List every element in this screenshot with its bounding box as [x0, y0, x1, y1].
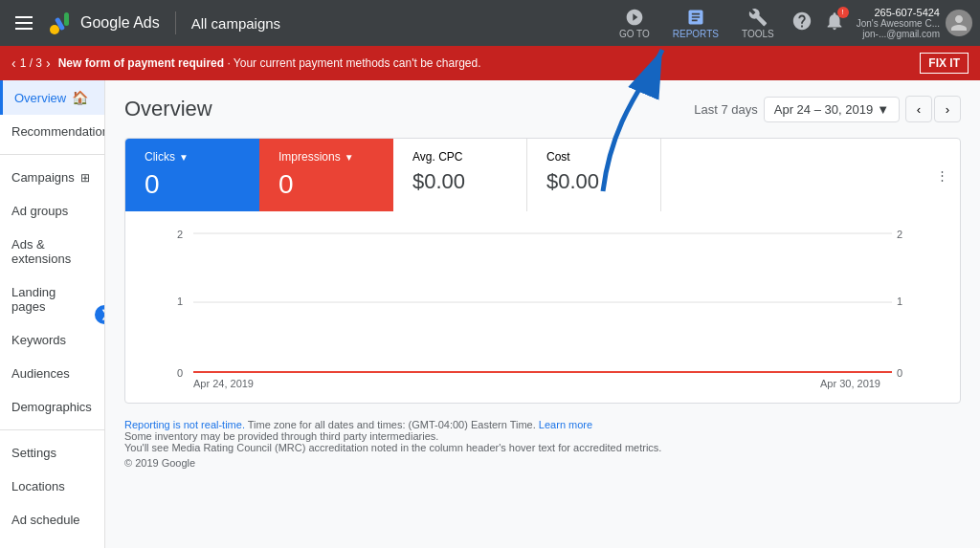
reporting-link[interactable]: Reporting is not real-time. [124, 419, 245, 430]
overview-chart: 2 1 0 2 1 0 Apr 24, 2019 [141, 219, 945, 391]
date-range-value: Apr 24 – 30, 2019 [774, 102, 873, 117]
tools-button[interactable]: TOOLS [736, 4, 780, 43]
app-logo: Google Ads [48, 10, 160, 36]
user-menu[interactable]: 265-607-5424 Jon's Awesome C... jon-...@… [857, 7, 972, 39]
metric-more-button[interactable]: ⋮ [924, 139, 960, 211]
sidebar-separator-1 [0, 154, 104, 155]
sidebar-item-campaigns[interactable]: Campaigns ⊞ [0, 161, 104, 194]
sidebar-label-locations: Locations [11, 479, 65, 493]
ads-logo-icon [48, 10, 75, 36]
sidebar-item-keywords[interactable]: Keywords [0, 323, 104, 357]
clicks-dropdown-icon[interactable]: ▼ [179, 152, 189, 163]
sidebar-item-devices[interactable]: Devices [0, 537, 104, 548]
sidebar-label-settings: Settings [11, 446, 56, 460]
sidebar-label-overview: Overview [14, 91, 66, 105]
learn-more-link[interactable]: Learn more [539, 419, 592, 430]
sidebar-label-adgroups: Ad groups [11, 204, 68, 218]
user-account: Jon's Awesome C... [857, 18, 940, 29]
svg-rect-2 [64, 12, 69, 26]
alert-pagination: 1 / 3 [20, 56, 42, 70]
sidebar-label-campaigns: Campaigns [11, 170, 75, 185]
sidebar-separator-2 [0, 429, 104, 430]
sidebar-item-landing-pages[interactable]: Landing pages [0, 275, 104, 323]
alert-navigation: ‹ 1 / 3 › [11, 55, 51, 71]
metric-cost: Cost $0.00 [527, 139, 661, 211]
alert-left: ‹ 1 / 3 › New form of payment required ·… [11, 55, 481, 71]
metric-cost-value: $0.00 [546, 169, 641, 194]
metric-clicks-label: Clicks ▼ [145, 150, 240, 164]
content-area: Overview Last 7 days Apr 24 – 30, 2019 ▼… [105, 80, 980, 548]
sidebar-item-audiences[interactable]: Audiences [0, 357, 104, 390]
hamburger-menu[interactable] [8, 9, 40, 37]
sidebar-label-recommendations: Recommendations [11, 124, 105, 139]
metric-avg-cpc-label: Avg. CPC [412, 150, 507, 164]
main-layout: ❯ Overview 🏠 Recommendations Campaigns ⊞… [0, 80, 980, 548]
metric-clicks: Clicks ▼ 0 [125, 139, 259, 211]
sidebar-item-adschedule[interactable]: Ad schedule [0, 503, 104, 537]
date-prev-button[interactable]: ‹ [905, 96, 932, 122]
metric-impressions-value: 0 [278, 169, 374, 200]
metric-avg-cpc-value: $0.00 [412, 169, 507, 194]
impressions-dropdown-icon[interactable]: ▼ [345, 152, 354, 163]
alert-prev-button[interactable]: ‹ [11, 55, 16, 71]
svg-text:1: 1 [897, 296, 902, 307]
date-picker-button[interactable]: Apr 24 – 30, 2019 ▼ [764, 97, 900, 122]
goto-button[interactable]: GO TO [613, 4, 656, 43]
svg-text:Apr 24, 2019: Apr 24, 2019 [193, 378, 254, 389]
campaign-title: All campaigns [191, 15, 280, 32]
user-email: jon-...@gmail.com [862, 29, 940, 39]
metrics-card: Clicks ▼ 0 Impressions ▼ 0 Avg. CPC $0.0… [124, 138, 961, 404]
help-button[interactable] [791, 11, 813, 36]
sidebar-item-locations[interactable]: Locations [0, 470, 104, 503]
top-navigation: Google Ads All campaigns GO TO REPORTS T… [0, 0, 980, 46]
sidebar-item-demographics[interactable]: Demographics [0, 390, 104, 424]
nav-divider [175, 11, 176, 34]
svg-text:1: 1 [177, 296, 183, 307]
date-label: Last 7 days [694, 102, 758, 117]
alert-next-button[interactable]: › [46, 55, 51, 71]
svg-point-0 [50, 25, 59, 34]
alert-message: New form of payment required · Your curr… [58, 56, 481, 70]
content-footer: Reporting is not real-time. Time zone fo… [124, 419, 961, 469]
chart-area: 2 1 0 2 1 0 Apr 24, 2019 [125, 211, 960, 403]
notifications-button[interactable]: ! [824, 11, 845, 36]
nav-left: Google Ads All campaigns [8, 9, 280, 37]
metric-impressions: Impressions ▼ 0 [259, 139, 393, 211]
help-icon [791, 11, 813, 32]
sidebar-item-recommendations[interactable]: Recommendations [0, 115, 104, 148]
sidebar-label-adschedule: Ad schedule [11, 513, 80, 527]
metric-cost-label: Cost [546, 150, 641, 164]
metrics-row: Clicks ▼ 0 Impressions ▼ 0 Avg. CPC $0.0… [125, 139, 960, 211]
svg-text:0: 0 [177, 367, 183, 379]
reports-button[interactable]: REPORTS [667, 4, 724, 43]
alert-title: New form of payment required [58, 56, 224, 70]
svg-text:Apr 30, 2019: Apr 30, 2019 [820, 378, 880, 389]
metric-impressions-label: Impressions ▼ [278, 150, 374, 164]
content-header: Overview Last 7 days Apr 24 – 30, 2019 ▼… [124, 96, 961, 122]
goto-icon [625, 8, 644, 27]
sidebar-item-settings[interactable]: Settings [0, 436, 104, 470]
avatar [946, 10, 972, 36]
footer-line-1: Reporting is not real-time. Time zone fo… [124, 419, 961, 430]
sidebar-item-adgroups[interactable]: Ad groups [0, 194, 104, 228]
fix-it-button[interactable]: FIX IT [920, 53, 969, 74]
footer-line-2: Some inventory may be provided through t… [124, 430, 961, 442]
reports-icon [686, 8, 705, 27]
sidebar-item-ads-extensions[interactable]: Ads & extensions [0, 228, 104, 275]
footer-line-3: You'll see Media Rating Council (MRC) ac… [124, 442, 961, 453]
notification-badge: ! [837, 7, 849, 18]
svg-text:0: 0 [897, 367, 902, 379]
svg-text:2: 2 [177, 229, 183, 240]
metric-clicks-value: 0 [145, 169, 240, 200]
sidebar-label-audiences: Audiences [11, 366, 70, 381]
tools-icon [748, 8, 768, 27]
date-range-selector: Last 7 days Apr 24 – 30, 2019 ▼ ‹ › [694, 96, 961, 122]
campaigns-icon: ⊞ [80, 171, 90, 185]
sidebar-item-overview[interactable]: Overview 🏠 [0, 80, 104, 115]
date-navigation: ‹ › [905, 96, 961, 122]
svg-text:2: 2 [897, 229, 902, 240]
app-name: Google Ads [80, 14, 160, 32]
sidebar-label-demographics: Demographics [11, 400, 92, 414]
page-title: Overview [124, 97, 212, 121]
date-next-button[interactable]: › [934, 96, 961, 122]
